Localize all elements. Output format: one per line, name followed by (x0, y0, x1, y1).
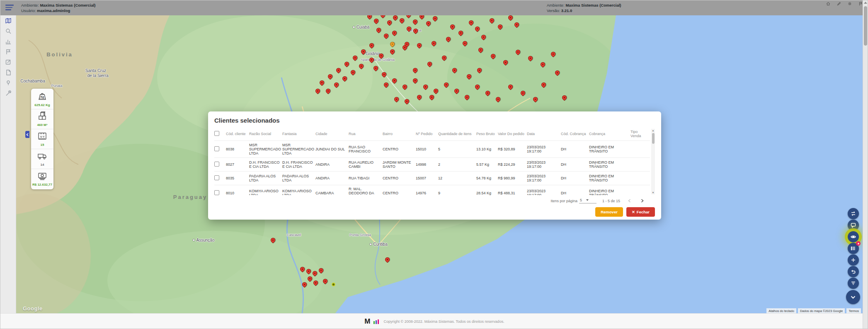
table-cell: PADARIA ALOS LTDA (282, 172, 315, 185)
sidebar-item-file[interactable] (0, 67, 16, 77)
row-checkbox[interactable] (214, 190, 219, 195)
eye-button[interactable] (848, 231, 859, 242)
column-header: Bairro (383, 128, 416, 141)
table-cell: DINHEIRO EM TRÂNSITO (589, 158, 630, 172)
select-all-checkbox[interactable] (214, 131, 219, 136)
map-label: Cochabamba (20, 79, 45, 83)
table-cell: 54.78 Kg (476, 172, 498, 185)
table-scrollbar[interactable]: ▲ ▼ (651, 129, 655, 194)
svg-text:Kg: Kg (41, 95, 44, 99)
chart-icon (5, 38, 12, 45)
filter-button[interactable] (848, 278, 859, 289)
route-summary-panel: Kg 625.62 Kg 460 M³ 15 14 R$ 12.632,77 (31, 89, 53, 189)
notification-badge (856, 241, 861, 246)
home-icon[interactable] (826, 2, 830, 6)
table-cell: 8038 (226, 141, 249, 158)
table-cell: 5.57 Kg (476, 158, 498, 172)
truck-icon (37, 151, 48, 161)
undo-button[interactable] (848, 266, 859, 277)
sidebar-item-pin[interactable] (0, 77, 16, 88)
menu-icon[interactable] (5, 5, 14, 11)
table-cell: KOMIYA ARIOSO LTDA (282, 185, 315, 196)
undo-icon (851, 269, 856, 274)
row-checkbox[interactable] (214, 162, 219, 167)
table-header-row: Cód. clienteRazão SocialFantasiaCidadeRu… (214, 128, 650, 141)
chevron-left-icon (26, 133, 29, 136)
column-header: Cidade (315, 128, 349, 141)
flag-icon[interactable] (858, 2, 863, 6)
table-cell: 23/03/2023 19:17:00 (527, 172, 561, 185)
route-button[interactable] (848, 208, 859, 219)
sidebar-item-tools[interactable] (0, 88, 16, 98)
table-cell: CAMBARA (315, 185, 349, 196)
modal-title: Clientes selecionados (214, 117, 655, 124)
copyright-text: Copyright © 2008-2022. Máxima Sistemas. … (384, 319, 504, 324)
table-cell: KOMIYA ARIOSO LTDA (249, 185, 282, 196)
sidebar-item-search[interactable] (0, 26, 16, 36)
sidebar-item-edit[interactable] (0, 57, 16, 67)
table-cell: RUA SAO FRANCISCO (349, 141, 383, 158)
table-cell: R$ 980,99 (498, 172, 527, 185)
table-cell: 28.54 Kg (476, 185, 498, 196)
table-row[interactable]: 8035PADARIA ALOS LTDAPADARIA ALOS LTDAAN… (214, 172, 650, 185)
table-cell: MSR SUPERMERCADO LTDA (282, 141, 315, 158)
items-per-page-select[interactable]: 5 (579, 198, 596, 203)
google-logo: Google (23, 305, 43, 312)
table-cell: DINHEIRO EM TRÂNSITO (589, 172, 630, 185)
map-icon (5, 17, 12, 24)
collapse-panel-button[interactable] (25, 131, 29, 138)
maxima-logo-bars (373, 319, 379, 324)
table-scrollbar-thumb[interactable] (652, 133, 655, 144)
collapse-button[interactable] (846, 290, 860, 304)
fechar-button[interactable]: ✕ Fechar (626, 207, 655, 217)
scroll-down-icon[interactable]: ▼ (652, 191, 655, 194)
table-cell: DH (561, 141, 589, 158)
chat-icon (851, 223, 856, 228)
list-button[interactable] (848, 243, 859, 254)
selected-clients-modal: Clientes selecionados Cód. clienteRazão … (208, 111, 661, 220)
table-cell: RUA AURELIO CAMBI (349, 158, 383, 172)
table-row[interactable]: 8010KOMIYA ARIOSO LTDAKOMIYA ARIOSO LTDA… (214, 185, 650, 196)
pagination: Itens por página 5 1 - 5 de 15 (214, 198, 646, 204)
left-sidebar (0, 15, 16, 313)
sidebar-item-flag[interactable] (0, 46, 16, 57)
scroll-up-icon[interactable] (864, 2, 867, 4)
clients-table-viewport: Cód. clienteRazão SocialFantasiaCidadeRu… (214, 128, 655, 195)
pencil-icon[interactable] (837, 2, 841, 6)
page-scrollbar[interactable] (863, 0, 868, 329)
add-button[interactable] (848, 254, 859, 266)
table-cell: R$ 320,89 (498, 141, 527, 158)
list-icon (851, 246, 856, 251)
gear-icon[interactable] (848, 2, 852, 6)
table-cell: CENTRO (383, 185, 416, 196)
table-cell: 8027 (226, 158, 249, 172)
depot-marker[interactable] (332, 283, 335, 286)
stat-weight-value: 625.62 Kg (32, 103, 53, 107)
clients-table: Cód. clienteRazão SocialFantasiaCidadeRu… (214, 128, 650, 195)
table-cell: 12 (438, 172, 476, 185)
table-row[interactable]: 8038MSR SUPERMERCADO LTDAMSR SUPERMERCAD… (214, 141, 650, 158)
table-cell: 23/03/2023 19:17:00 (527, 141, 561, 158)
chat-button[interactable] (848, 220, 859, 231)
terms-link[interactable]: Termos (846, 308, 861, 313)
file-icon (5, 69, 12, 76)
prev-page-button[interactable] (626, 198, 633, 204)
map-label: Cascavel (287, 233, 301, 237)
sidebar-item-map[interactable] (0, 15, 16, 26)
table-cell: PADARIA ALOS LTDA (249, 172, 282, 185)
table-cell: R$ 224,29 (498, 158, 527, 172)
row-checkbox[interactable] (214, 175, 219, 180)
page-scrollbar-thumb[interactable] (864, 6, 867, 46)
next-page-button[interactable] (639, 198, 646, 204)
cubes-icon (37, 111, 48, 121)
stat-total-value-text: R$ 12.632,77 (32, 183, 53, 186)
keyboard-shortcuts-link[interactable]: Atalhos do teclado (766, 308, 796, 313)
sidebar-item-chart[interactable] (0, 36, 16, 46)
remover-button[interactable]: Remover (595, 207, 623, 217)
scroll-up-icon[interactable]: ▲ (652, 129, 655, 132)
map-attribution: Atalhos do teclado Dados do mapa ©2023 G… (766, 308, 861, 313)
row-checkbox[interactable] (214, 146, 219, 151)
chevron-down-icon (586, 199, 589, 201)
table-cell: 13.10 Kg (476, 141, 498, 158)
table-row[interactable]: 8027D.H. FRANCISCO E CIA LTDAD.H. FRANCI… (214, 158, 650, 172)
